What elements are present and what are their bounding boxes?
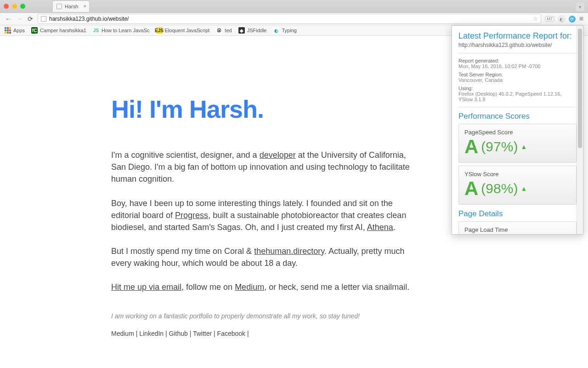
link-athena[interactable]: Athena [367, 223, 393, 232]
pagespeed-pct: (97%) [481, 139, 518, 155]
yslow-grade: A [464, 178, 478, 200]
close-window-button[interactable] [4, 4, 9, 9]
using-value: Firefox (Desktop) 45.0.2, PageSpeed 1.12… [458, 91, 577, 102]
popup-scrollbar-thumb[interactable] [578, 29, 582, 148]
bookmark-apps[interactable]: Apps [5, 27, 25, 34]
using-label: Using: [458, 86, 577, 91]
bookmark-favicon: JS [93, 27, 99, 34]
page-load-value: 0.5s [464, 233, 494, 235]
apps-grid-icon [5, 27, 11, 34]
bookmark-label: Camper harshsikka1 [40, 28, 86, 33]
report-generated-value: Mon, May 16, 2016, 10:02 PM -0700 [458, 63, 577, 69]
tab-favicon [57, 4, 62, 9]
bookmark-jsfiddle[interactable]: ◆JSFiddle [238, 27, 267, 34]
pagespeed-grade: A [464, 136, 478, 158]
bookmark-favicon: EJS [156, 27, 163, 34]
gtmetrix-popup: Latest Performance Report for: http://ha… [452, 25, 583, 235]
report-generated-label: Report generated: [458, 58, 577, 63]
site-info-icon[interactable] [41, 16, 46, 22]
bookmark-label: Apps [13, 28, 25, 33]
bookmark-label: Typing [282, 28, 296, 33]
popup-scrollbar-track[interactable] [577, 26, 583, 234]
intro-para-1: I'm a cognitive scientist, designer, and… [111, 149, 413, 185]
address-bar[interactable]: harshsikka123.github.io/website/ ☆ [38, 14, 541, 24]
popup-title: Latest Performance Report for: [458, 31, 577, 41]
link-progress[interactable]: Progress [175, 211, 208, 220]
bookmark-star-icon[interactable]: ☆ [533, 16, 538, 22]
browser-tab[interactable]: Harsh × [53, 1, 89, 12]
maximize-window-button[interactable] [20, 4, 25, 9]
server-region-value: Vancouver, Canada [458, 77, 577, 83]
bookmark-favicon: fC [31, 27, 38, 34]
yslow-label: YSlow Score [464, 171, 571, 178]
extension-icon-1[interactable]: ◐ [558, 16, 565, 23]
bookmark-camper-harshsikka1[interactable]: fCCamper harshsikka1 [31, 27, 86, 34]
extension-badge[interactable]: M7 [545, 16, 554, 22]
caret-up-icon: ▲ [520, 185, 527, 192]
back-button[interactable]: ← [5, 15, 12, 23]
pagespeed-scorecard[interactable]: PageSpeed Score A (97%) ▲ [458, 124, 577, 163]
bookmark-label: ted [225, 28, 232, 33]
bookmark-how-to-learn-javasc[interactable]: JSHow to Learn JavaSc [93, 27, 150, 34]
bookmark-favicon: ◐ [273, 27, 279, 34]
bookmark-label: JSFiddle [247, 28, 267, 33]
page-load-label: Page Load Time [464, 226, 571, 233]
tab-title: Harsh [65, 4, 78, 9]
traffic-lights [4, 4, 25, 9]
bookmark-label: Eloquent JavaScript [165, 28, 210, 33]
window-titlebar: Harsh × ▾ [0, 0, 588, 13]
popup-divider [458, 53, 577, 53]
intro-para-4: Hit me up via email, follow me on Medium… [111, 281, 413, 293]
page-load-card[interactable]: Page Load Time 0.5s ▲ [458, 221, 577, 235]
minimize-window-button[interactable] [12, 4, 17, 9]
page-content: Hi! I'm Harsh. I'm a cognitive scientist… [0, 36, 413, 339]
yslow-pct: (98%) [481, 181, 518, 196]
reload-button[interactable]: ⟳ [27, 15, 34, 23]
chrome-menu-button[interactable]: ≡ [579, 15, 583, 23]
link-human-directory[interactable]: thehuman.directory [254, 247, 324, 256]
url-text: harshsikka123.github.io/website/ [49, 16, 129, 22]
link-email[interactable]: Hit me up via email [111, 282, 181, 292]
tab-close-icon[interactable]: × [83, 3, 86, 10]
forward-button[interactable]: → [16, 15, 23, 23]
page-details-heading: Page Details [458, 209, 577, 218]
intro-para-3: But I mostly spend my time on Coral & th… [111, 245, 413, 269]
bookmark-favicon: ⦿ [216, 27, 222, 34]
link-developer[interactable]: developer [260, 150, 296, 160]
bookmark-ted[interactable]: ⦿ted [216, 27, 232, 34]
popup-divider-2 [458, 107, 577, 107]
bookmark-eloquent-javascript[interactable]: EJSEloquent JavaScript [156, 27, 210, 34]
server-region-label: Test Server Region: [458, 72, 577, 77]
social-links[interactable]: Medium | LinkedIn | Github | Twitter | F… [111, 329, 413, 338]
intro-para-2: Boy, have I been up to some interesting … [111, 197, 413, 233]
gtmetrix-extension-icon[interactable]: ⟳ [569, 16, 576, 23]
page-heading: Hi! I'm Harsh. [111, 91, 413, 127]
caret-up-icon: ▲ [520, 143, 527, 150]
yslow-scorecard[interactable]: YSlow Score A (98%) ▲ [458, 166, 577, 205]
bookmark-typing[interactable]: ◐Typing [273, 27, 296, 34]
bookmark-favicon: ◆ [238, 27, 245, 34]
browser-toolbar: ← → ⟳ harshsikka123.github.io/website/ ☆… [0, 13, 588, 25]
popup-url: http://harshsikka123.github.io/website/ [458, 42, 577, 48]
bookmark-label: How to Learn JavaSc [102, 28, 150, 33]
link-medium[interactable]: Medium [235, 282, 264, 292]
portfolio-note: I am working on a fantastic portfolio to… [111, 311, 413, 321]
profile-button[interactable]: ▾ [576, 3, 584, 11]
performance-scores-heading: Performance Scores [458, 112, 577, 121]
pagespeed-label: PageSpeed Score [464, 129, 571, 136]
